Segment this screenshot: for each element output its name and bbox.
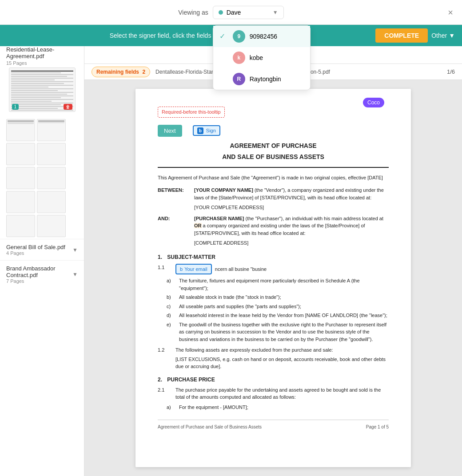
between-section: BETWEEN: [YOUR COMPANY NAME] (the "Vendo… <box>158 186 389 211</box>
user-select-wrapper: Dave ▼ ✓ 9 90982456 ✓ k kobe ✓ R Raytong… <box>213 6 284 19</box>
avatar-kobe: k <box>233 52 245 64</box>
doc-thumbnail-lease: 1 🗑 <box>9 67 76 112</box>
required-tooltip: Required-before this-tooltip <box>158 107 225 118</box>
list-item-d: d) All leasehold interest in the lease h… <box>167 312 389 319</box>
doc-name-brand: Brand Ambassador Contract.pdf <box>6 265 72 278</box>
title-divider <box>158 167 389 168</box>
other-button[interactable]: Other ▼ <box>431 32 455 39</box>
dropdown-label-kobe: kobe <box>250 54 263 61</box>
sign-field[interactable]: b Sign <box>193 125 220 136</box>
email-field[interactable]: b Your email <box>175 264 212 275</box>
user-dot-icon <box>219 10 223 15</box>
between-label: BETWEEN: <box>158 186 189 211</box>
expand-icon-bill: ▼ <box>72 247 78 253</box>
sign-label: Sign <box>206 127 216 135</box>
between-body: [YOUR COMPANY NAME] (the "Vendor"), a co… <box>194 186 389 211</box>
email-label: Your email <box>184 266 207 273</box>
or-highlight: OR <box>194 223 202 228</box>
dropdown-item-kobe[interactable]: ✓ k kobe <box>213 47 310 68</box>
top-bar: Viewing as Dave ▼ ✓ 9 90982456 ✓ k kobe … <box>0 0 462 25</box>
section12: 1.2 The following assets are expressly e… <box>158 346 389 370</box>
other-label: Other <box>431 32 447 39</box>
document-page: Coco Required-before this-tooltip Next b… <box>135 89 411 467</box>
chevron-down-icon: ▼ <box>273 9 278 16</box>
annotation-row: Required-before this-tooltip <box>158 107 389 120</box>
list-item-a: a) The furniture, fixtures and equipment… <box>167 277 389 292</box>
doc-group-bill-header[interactable]: General Bill of Sale.pdf 4 Pages ▼ <box>0 239 84 260</box>
list-item-2a: a) For the equipment - [AMOUNT]; <box>167 404 389 411</box>
thumb-page-num: 1 <box>12 104 19 110</box>
expand-icon-brand: ▼ <box>72 271 78 278</box>
complete-button[interactable]: COMPLETE <box>375 28 428 43</box>
and-section: AND: [PURCHASER NAME] (the "Purchaser"),… <box>158 215 389 247</box>
doc-footer: Agreement of Purchase and Sale of Busine… <box>158 420 389 430</box>
doc-title-line2: AND SALE OF BUSINESS ASSETS <box>158 152 389 162</box>
main-content: Coco Required-before this-tooltip Next b… <box>84 80 462 476</box>
section1-heading: 1. SUBJECT-MATTER <box>158 253 389 261</box>
doc-pages-brand: 7 Pages <box>6 278 72 284</box>
list-item-e: e) The goodwill of the business together… <box>167 321 389 343</box>
and-address: [COMPLETE ADDRESS] <box>194 239 389 247</box>
and-label: AND: <box>158 215 189 247</box>
sidebar: Documents (3) Residential-Lease-Agreemen… <box>0 25 84 476</box>
teal-bar-message: Select the signer field, click the field… <box>7 32 375 39</box>
sign-row: Next b Sign <box>158 125 389 137</box>
user-dropdown: ✓ 9 90982456 ✓ k kobe ✓ R Raytongbin <box>213 25 311 90</box>
footer-left: Agreement of Purchase and Sale of Busine… <box>158 424 262 430</box>
email-badge: b <box>180 266 183 273</box>
thumb-delete-button[interactable]: 🗑 <box>64 104 72 110</box>
page-indicator: 1/6 <box>447 68 455 75</box>
doc-name-lease: Residential-Lease-Agreement.pdf <box>6 46 78 60</box>
doc-pages-bill: 4 Pages <box>6 250 65 256</box>
list-item-c: c) All useable parts and supplies (the "… <box>167 303 389 310</box>
doc-item-lease[interactable]: Residential-Lease-Agreement.pdf 15 Pages <box>0 43 84 117</box>
close-button[interactable]: × <box>448 7 453 17</box>
section2-heading: 2. PURCHASE PRICE <box>158 376 389 384</box>
other-chevron-icon: ▼ <box>449 32 455 39</box>
check-icon: ✓ <box>219 32 228 40</box>
dropdown-item-raytongbin[interactable]: ✓ R Raytongbin <box>213 68 310 90</box>
section11: 1.1 b Your email ncern all busine "busin… <box>158 264 389 275</box>
and-purchaser: [PURCHASER NAME] <box>194 216 244 221</box>
remaining-count: 2 <box>142 69 145 75</box>
and-body: [PURCHASER NAME] (the "Purchaser"), an i… <box>194 215 389 247</box>
doc-pages-lease: 15 Pages <box>6 60 78 66</box>
doc-group-brand-header[interactable]: Brand Ambassador Contract.pdf 7 Pages ▼ <box>0 261 84 288</box>
remaining-fields-tag: Remaining fields 2 <box>92 67 150 77</box>
remaining-label: Remaining fields <box>96 69 139 75</box>
user-select-button[interactable]: Dave ▼ <box>213 6 284 19</box>
list-item-b: b) All saleable stock in trade (the "sto… <box>167 294 389 301</box>
dropdown-label-raytongbin: Raytongbin <box>250 75 281 83</box>
coco-bubble: Coco <box>363 98 384 107</box>
current-user-label: Dave <box>227 9 241 16</box>
doc-title-line1: AGREEMENT OF PURCHASE <box>158 141 389 151</box>
viewing-as-label: Viewing as <box>178 9 208 16</box>
section21: 2.1 The purchase price payable for the u… <box>158 386 389 401</box>
doc-intro: This Agreement of Purchase and Sale (the… <box>158 174 389 182</box>
between-address: [YOUR COMPLETE ADDRESS] <box>194 204 389 211</box>
between-body-text: [YOUR COMPANY NAME] <box>194 187 253 193</box>
sign-badge: b <box>197 127 203 134</box>
dropdown-item-dave[interactable]: ✓ 9 90982456 <box>213 26 310 47</box>
dropdown-label-dave: 90982456 <box>250 33 277 40</box>
doc-name-bill: General Bill of Sale.pdf <box>6 244 65 250</box>
avatar-raytongbin: R <box>233 73 245 85</box>
avatar-dave: 9 <box>233 30 245 43</box>
footer-right: Page 1 of 5 <box>366 424 389 430</box>
doc-group-bill: General Bill of Sale.pdf 4 Pages ▼ <box>0 239 84 260</box>
doc-group-brand: Brand Ambassador Contract.pdf 7 Pages ▼ <box>0 260 84 288</box>
next-button[interactable]: Next <box>158 125 182 137</box>
